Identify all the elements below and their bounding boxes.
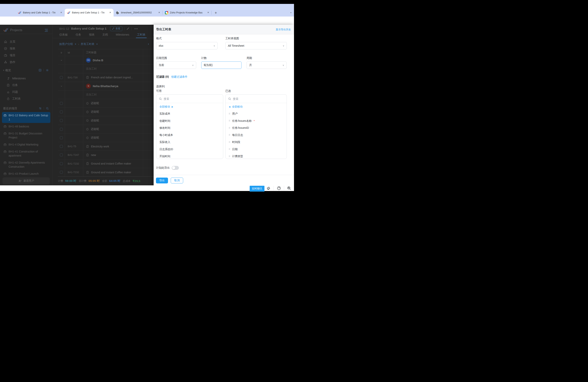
tab-close-icon[interactable]: × [60, 11, 63, 14]
add-time-log-link[interactable]: 添加工时 [86, 67, 97, 71]
available-column-item[interactable]: 创建时间 [156, 117, 223, 125]
group-chevron-icon[interactable] [60, 85, 63, 87]
privacy-lookup-icon[interactable] [287, 186, 291, 190]
search-icon[interactable] [46, 107, 49, 110]
date-range-select[interactable]: 当前∨ [156, 62, 196, 69]
count-input[interactable] [201, 62, 242, 69]
row-checkbox[interactable] [60, 153, 63, 156]
group-chevron-icon[interactable] [60, 59, 63, 62]
table-row[interactable]: BA1-T30 French and italian dessert ingre… [58, 73, 154, 82]
selected-column-item[interactable]: ⠿ 每日日志 [226, 132, 287, 139]
table-row[interactable]: N Neha Bhattacharya [58, 82, 154, 90]
tab-close-icon[interactable]: × [158, 11, 161, 14]
sidebar-project-item[interactable]: BH1-31Budget Discussion Project [2, 130, 50, 141]
show-export-history-link[interactable]: 显示导出历史 [276, 28, 291, 31]
table-row[interactable]: 添加工时 [58, 90, 154, 99]
project-tab[interactable]: 任务 [76, 32, 81, 38]
column-header-title[interactable]: 工时标题 [83, 49, 143, 56]
sidebar-project-item[interactable]: BH1-4Digital Marketing [2, 141, 50, 148]
announcements-icon[interactable] [267, 186, 271, 190]
view-button[interactable]: 查看 [110, 26, 122, 31]
column-header-id[interactable]: Id [65, 49, 83, 56]
available-search-input[interactable] [164, 97, 221, 100]
tab-search-chevron-icon[interactable]: ⌄ [290, 11, 292, 14]
add-time-log-link[interactable]: 添加工时 [86, 93, 97, 96]
row-checkbox[interactable] [60, 128, 63, 131]
overview-section-header[interactable]: ▾ 概览 [0, 67, 52, 73]
project-tab[interactable]: 工时表 [137, 32, 146, 38]
selected-search-input[interactable] [233, 97, 284, 100]
group-by-dropdown[interactable]: 按用户分组 [59, 42, 73, 46]
timesheet-view-dropdown[interactable]: 所有工时表 [81, 42, 94, 46]
sidebar-project-item[interactable]: BH1-42Donnelly Apartments Construction [2, 159, 50, 170]
create-filter-link[interactable]: 创建过滤条件 [171, 75, 188, 79]
sidebar-item-milestones[interactable]: Milestones [0, 75, 52, 82]
drag-handle-icon[interactable]: ⠿ [229, 120, 230, 122]
available-column-item[interactable]: 实际收入 [156, 139, 223, 146]
table-row[interactable]: 添加工时 [58, 64, 154, 73]
row-checkbox[interactable] [60, 76, 63, 79]
sidebar-item-timesheet[interactable]: 工时表 [0, 95, 52, 102]
sidebar-project-item[interactable]: BH1-12Bakery and Cafe Setup 1 [2, 112, 50, 123]
row-checkbox[interactable] [60, 136, 63, 139]
collapse-all-icon[interactable] [60, 51, 63, 54]
drag-handle-icon[interactable]: ⠿ [229, 113, 230, 115]
panel-collapse-chevron-icon[interactable]: ‹ [148, 42, 149, 46]
sidebar-item-home[interactable]: 主页 [0, 38, 52, 45]
add-view-icon[interactable] [39, 69, 42, 72]
sidebar-item-issues[interactable]: 问题 [0, 88, 52, 95]
available-column-item[interactable]: 开始时间 [156, 153, 223, 159]
format-select[interactable]: xlsx∨ [156, 42, 218, 49]
project-tab[interactable]: 报表 [89, 32, 95, 38]
drag-handle-icon[interactable]: ⠿ [229, 141, 230, 144]
live-chat-button[interactable]: 实时聊天 [250, 186, 264, 191]
table-row[interactable]: 还能呢 [58, 116, 154, 125]
timesheet-view-select[interactable]: All Timesheet∨ [225, 42, 287, 49]
table-row[interactable]: BA1-T5 Electricity work [58, 142, 154, 151]
help-icon[interactable] [277, 186, 281, 190]
row-checkbox[interactable] [60, 145, 63, 148]
tab-close-icon[interactable]: × [207, 11, 210, 14]
tab-close-icon[interactable]: × [108, 11, 112, 14]
drag-handle-icon[interactable]: ⠿ [229, 155, 230, 158]
cancel-button[interactable]: 取消 [171, 178, 183, 183]
row-checkbox[interactable] [60, 119, 63, 122]
sidebar-project-item[interactable]: BH1-41Construction of apartment [2, 148, 50, 159]
table-row[interactable]: 还能呢 [58, 99, 154, 107]
browser-tab[interactable]: Bakery and Cafe Setup 1 - Tin × [16, 9, 64, 17]
gear-icon[interactable] [46, 69, 49, 72]
move-all-right-link[interactable]: 全部移动➤ [156, 103, 223, 110]
table-row[interactable]: 还能呢 [58, 134, 154, 142]
available-column-item[interactable]: 日志系统ID [156, 146, 223, 153]
available-column-item[interactable]: 每小时成本 [156, 132, 223, 139]
row-checkbox[interactable] [60, 102, 63, 105]
table-row[interactable]: BA1-T247 new [58, 151, 154, 159]
table-row[interactable]: DB Disha B [58, 56, 154, 64]
browser-tab[interactable]: Bakery and Cafe Setup 1 - Tin × [64, 9, 114, 17]
new-tab-button[interactable]: + [213, 10, 219, 16]
drag-handle-icon[interactable]: ⠿ [229, 134, 230, 136]
edit-disabled-icon[interactable] [126, 27, 129, 30]
project-tab[interactable]: 文档 [103, 32, 108, 38]
project-tab[interactable]: Milestones [116, 32, 129, 38]
row-checkbox[interactable] [60, 110, 63, 113]
drag-handle-icon[interactable]: ⠿ [229, 127, 230, 129]
period-select[interactable]: 月∨ [247, 62, 287, 69]
more-options-icon[interactable]: ••• [134, 27, 138, 30]
available-column-item[interactable]: 修改时间 [156, 125, 223, 132]
sidebar-collapse-icon[interactable] [44, 29, 48, 32]
table-row[interactable]: 还能呢 [58, 125, 154, 133]
drag-handle-icon[interactable]: ⠿ [229, 148, 230, 150]
table-row[interactable]: BA1-T232 Ground and instant Coffee maker [58, 159, 154, 168]
row-checkbox[interactable] [60, 171, 63, 174]
selected-column-item[interactable]: ⠿ 时间段 [226, 139, 287, 146]
selected-column-item[interactable]: ⠿ 任务/Issues名称 * [226, 117, 287, 125]
browser-tab[interactable]: Zoho Projects Knowledge Bas × [163, 9, 211, 17]
browser-tab[interactable]: timesheet_25845100000002 × [114, 9, 163, 17]
table-row[interactable]: BA1-T232 Ground and instant Coffee maker [58, 168, 154, 177]
table-row[interactable]: 还能呢 [58, 108, 154, 116]
schedule-export-toggle[interactable] [172, 166, 179, 170]
sidebar-item-collaboration[interactable]: 协作 [0, 59, 52, 65]
sidebar-item-tasks[interactable]: 任务 [0, 82, 52, 88]
row-checkbox[interactable] [60, 162, 63, 165]
